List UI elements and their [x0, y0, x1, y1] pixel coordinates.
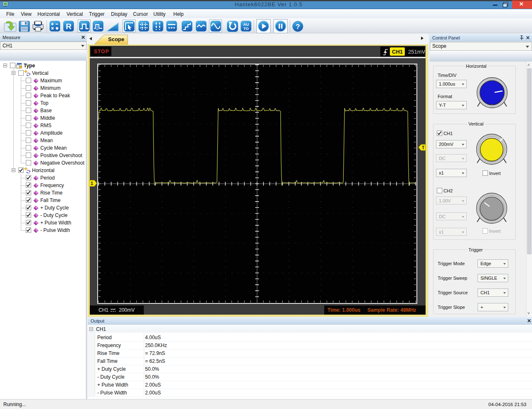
svg-text:?: ? — [296, 23, 300, 31]
svg-text:T: T — [422, 145, 424, 150]
svg-text:TO: TO — [243, 26, 249, 31]
svg-text:R: R — [66, 22, 71, 31]
svg-text:1: 1 — [91, 181, 93, 186]
